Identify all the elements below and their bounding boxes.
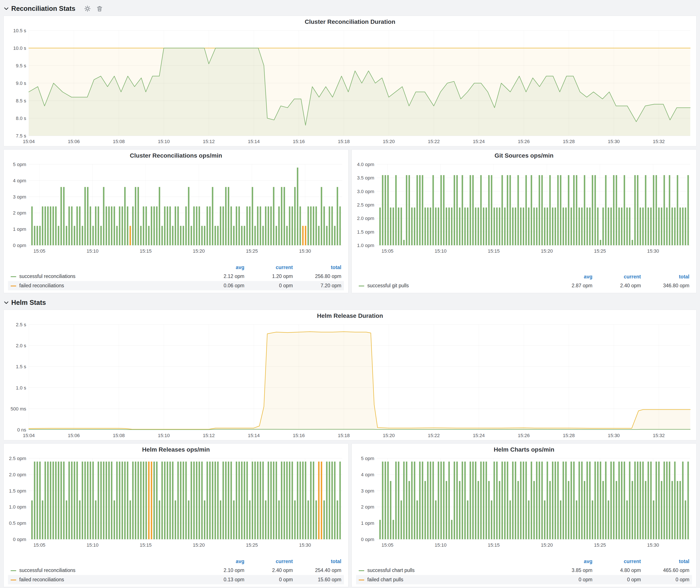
- legend-spacer: [356, 557, 547, 566]
- legend-sort-current[interactable]: current: [595, 273, 644, 281]
- helm-charts-opm-chart[interactable]: 0 opm1 opm2 opm3 opm4 opm5 opm15:0515:10…: [352, 455, 696, 549]
- legend-sort-avg[interactable]: avg: [198, 263, 247, 272]
- series-color-swatch: [11, 580, 16, 580]
- helm-releases-opm-chart[interactable]: 0 opm0.5 opm1.0 opm1.5 opm2.0 opm2.5 opm…: [4, 455, 348, 549]
- svg-text:15:28: 15:28: [563, 433, 575, 438]
- legend-sort-total[interactable]: total: [295, 557, 344, 566]
- panel-title[interactable]: Git Sources ops/min: [352, 150, 696, 161]
- svg-text:2.0 opm: 2.0 opm: [357, 216, 374, 221]
- chevron-down-icon: [3, 300, 9, 305]
- helm-release-duration-chart[interactable]: 0 ns500 ms1.0 s1.5 s2.0 s2.5 s15:0415:06…: [4, 321, 696, 440]
- svg-text:15:10: 15:10: [435, 248, 447, 254]
- legend-value: 0.13 opm: [198, 575, 247, 584]
- legend-sort-current[interactable]: current: [247, 557, 295, 566]
- legend-value: 256.80 opm: [295, 272, 344, 281]
- svg-text:15:30: 15:30: [608, 433, 620, 438]
- panel-title[interactable]: Helm Release Duration: [4, 310, 696, 321]
- panel-cluster-reconciliation-duration: Cluster Reconciliation Duration 7.5 s8.0…: [3, 16, 697, 146]
- legend: avgcurrenttotalsuccessful reconciliation…: [4, 263, 348, 293]
- chevron-down-icon: [3, 6, 9, 11]
- panel-title[interactable]: Cluster Reconciliation Duration: [4, 16, 696, 27]
- legend-row: successful reconciliations2.12 opm1.20 o…: [8, 272, 344, 281]
- panel-git-sources-opm: Git Sources ops/min 1.0 opm1.5 opm2.0 op…: [352, 149, 697, 293]
- legend-row: successful reconciliations2.10 opm2.40 o…: [8, 566, 344, 575]
- legend-series-toggle[interactable]: failed chart pulls: [356, 575, 547, 584]
- legend-series-toggle[interactable]: successful reconciliations: [8, 272, 198, 281]
- legend-spacer: [8, 557, 198, 566]
- svg-text:15:08: 15:08: [113, 139, 125, 144]
- legend-row: failed reconciliations0.13 opm0 opm15.60…: [8, 575, 344, 584]
- svg-text:15:30: 15:30: [299, 542, 311, 548]
- svg-text:7.5 s: 7.5 s: [16, 133, 26, 139]
- cluster-reconciliation-duration-chart[interactable]: 7.5 s8.0 s8.5 s9.0 s9.5 s10.0 s10.5 s15:…: [4, 27, 696, 146]
- cluster-reconciliations-opm-chart[interactable]: 0 opm1 opm2 opm3 opm4 opm5 opm15:0515:10…: [4, 161, 348, 255]
- svg-text:0 opm: 0 opm: [361, 537, 374, 542]
- svg-text:15:32: 15:32: [653, 433, 665, 438]
- svg-text:15:28: 15:28: [563, 139, 575, 144]
- svg-text:1.0 s: 1.0 s: [16, 385, 26, 391]
- svg-text:15:06: 15:06: [68, 139, 80, 144]
- git-sources-opm-chart[interactable]: 1.0 opm1.5 opm2.0 opm2.5 opm3.0 opm3.5 o…: [352, 161, 696, 255]
- legend-value: 2.10 opm: [198, 566, 247, 575]
- svg-text:15:05: 15:05: [34, 248, 45, 254]
- legend-series-toggle[interactable]: failed reconciliations: [8, 281, 198, 290]
- series-color-swatch: [359, 286, 364, 286]
- svg-text:8.5 s: 8.5 s: [16, 98, 26, 103]
- svg-text:1.5 opm: 1.5 opm: [9, 488, 26, 494]
- legend: avgcurrenttotalsuccessful reconciliation…: [4, 557, 348, 587]
- svg-text:15:26: 15:26: [518, 139, 530, 144]
- svg-text:15:32: 15:32: [653, 139, 665, 144]
- legend-series-toggle[interactable]: successful git pulls: [356, 281, 547, 290]
- legend-series-toggle[interactable]: failed reconciliations: [8, 575, 198, 584]
- legend-sort-avg[interactable]: avg: [547, 273, 595, 281]
- svg-text:2.5 opm: 2.5 opm: [9, 456, 26, 461]
- series-color-swatch: [11, 286, 16, 286]
- legend-sort-current[interactable]: current: [595, 557, 644, 566]
- legend-value: 2.87 opm: [547, 281, 595, 290]
- panel-cluster-reconciliations-opm: Cluster Reconciliations ops/min 0 opm1 o…: [3, 149, 348, 293]
- trash-icon[interactable]: [96, 5, 103, 12]
- panel-row-helm: Helm Releases ops/min 0 opm0.5 opm1.0 op…: [3, 443, 697, 587]
- legend-sort-avg[interactable]: avg: [198, 557, 247, 566]
- svg-text:8.0 s: 8.0 s: [16, 116, 26, 121]
- legend-sort-current[interactable]: current: [247, 263, 295, 272]
- legend-sort-total[interactable]: total: [295, 263, 344, 272]
- svg-text:0 ns: 0 ns: [17, 427, 26, 433]
- row-header-helm-stats[interactable]: Helm Stats: [3, 297, 697, 308]
- svg-text:15:15: 15:15: [488, 542, 500, 548]
- svg-text:15:16: 15:16: [293, 433, 305, 438]
- svg-text:4.0 opm: 4.0 opm: [357, 162, 374, 167]
- panel-title[interactable]: Cluster Reconciliations ops/min: [4, 150, 348, 161]
- row-header-reconciliation-stats[interactable]: Reconciliation Stats: [3, 3, 697, 14]
- svg-text:15:10: 15:10: [158, 433, 170, 438]
- svg-text:2.0 opm: 2.0 opm: [9, 472, 26, 477]
- legend-sort-avg[interactable]: avg: [547, 557, 595, 566]
- legend-sort-total[interactable]: total: [644, 557, 692, 566]
- legend-value: 0 opm: [595, 575, 644, 584]
- legend-row: failed reconciliations0.06 opm0 opm7.20 …: [8, 281, 344, 290]
- svg-text:1 opm: 1 opm: [13, 226, 26, 232]
- legend-table: avgcurrenttotalsuccessful chart pulls3.8…: [356, 557, 692, 584]
- legend: avgcurrenttotalsuccessful chart pulls3.8…: [352, 557, 696, 587]
- svg-text:15:06: 15:06: [68, 433, 80, 438]
- svg-text:15:26: 15:26: [518, 433, 530, 438]
- panel-title[interactable]: Helm Charts ops/min: [352, 444, 696, 455]
- svg-text:15:16: 15:16: [293, 139, 305, 144]
- series-color-swatch: [359, 580, 364, 580]
- svg-text:15:30: 15:30: [647, 542, 659, 548]
- svg-text:2.5 opm: 2.5 opm: [357, 202, 374, 208]
- legend-series-toggle[interactable]: successful chart pulls: [356, 566, 547, 575]
- gear-icon[interactable]: [84, 5, 91, 12]
- legend-value: 0 opm: [247, 575, 295, 584]
- legend-sort-total[interactable]: total: [644, 273, 692, 281]
- section-title: Reconciliation Stats: [11, 5, 75, 13]
- legend-table: avgcurrenttotalsuccessful reconciliation…: [8, 263, 344, 290]
- svg-text:15:10: 15:10: [87, 542, 98, 548]
- legend-series-toggle[interactable]: successful reconciliations: [8, 566, 198, 575]
- panel-helm-charts-opm: Helm Charts ops/min 0 opm1 opm2 opm3 opm…: [352, 443, 697, 587]
- panel-title[interactable]: Helm Releases ops/min: [4, 444, 348, 455]
- svg-text:15:20: 15:20: [193, 248, 205, 254]
- svg-text:15:20: 15:20: [383, 139, 395, 144]
- svg-text:4 opm: 4 opm: [13, 178, 26, 183]
- svg-text:10.5 s: 10.5 s: [13, 28, 26, 33]
